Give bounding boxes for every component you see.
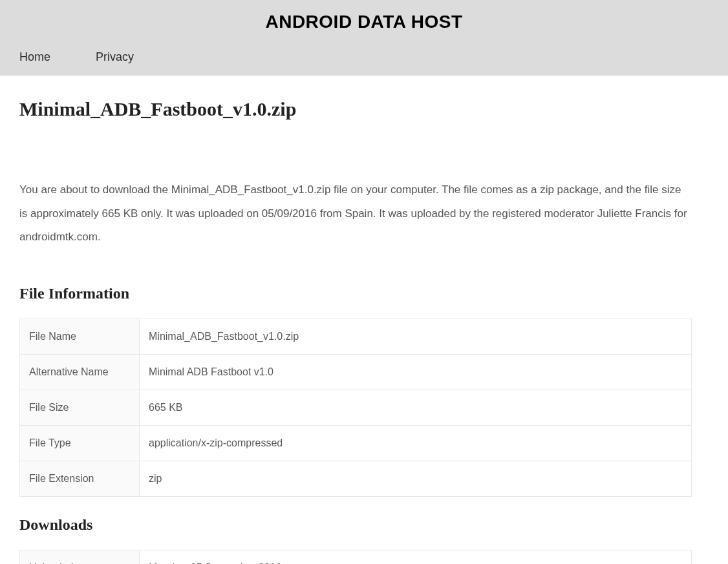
nav: Home Privacy [0, 39, 728, 76]
table-row: File Extension zip [20, 461, 692, 496]
table-value: 665 KB [140, 390, 692, 425]
table-label: Uploaded on [20, 550, 140, 564]
header: ANDROID DATA HOST Home Privacy [0, 0, 728, 76]
table-label: File Name [20, 319, 140, 354]
table-value: application/x-zip-compressed [140, 425, 692, 461]
table-row: Uploaded on Monday, 05 September 2016 [20, 550, 692, 564]
table-value: Monday, 05 September 2016 [140, 550, 692, 564]
table-value: zip [140, 461, 692, 496]
page-description: You are about to download the Minimal_AD… [19, 178, 692, 249]
table-label: File Extension [20, 461, 140, 496]
downloads-heading: Downloads [19, 516, 692, 534]
site-title: ANDROID DATA HOST [0, 12, 728, 39]
file-info-heading: File Information [19, 285, 692, 302]
table-label: File Size [20, 390, 140, 425]
table-row: File Type application/x-zip-compressed [20, 425, 692, 461]
file-info-table: File Name Minimal_ADB_Fastboot_v1.0.zip … [19, 319, 692, 497]
table-value: Minimal ADB Fastboot v1.0 [140, 354, 692, 390]
page-title: Minimal_ADB_Fastboot_v1.0.zip [19, 98, 692, 120]
content: Minimal_ADB_Fastboot_v1.0.zip You are ab… [0, 76, 711, 564]
table-row: File Size 665 KB [20, 390, 692, 425]
downloads-table: Uploaded on Monday, 05 September 2016 [19, 550, 692, 564]
table-row: Alternative Name Minimal ADB Fastboot v1… [20, 354, 692, 390]
table-label: File Type [20, 425, 140, 461]
nav-privacy[interactable]: Privacy [96, 50, 134, 64]
table-row: File Name Minimal_ADB_Fastboot_v1.0.zip [20, 319, 692, 354]
table-label: Alternative Name [20, 354, 140, 390]
table-value: Minimal_ADB_Fastboot_v1.0.zip [140, 319, 692, 354]
nav-home[interactable]: Home [19, 50, 50, 64]
